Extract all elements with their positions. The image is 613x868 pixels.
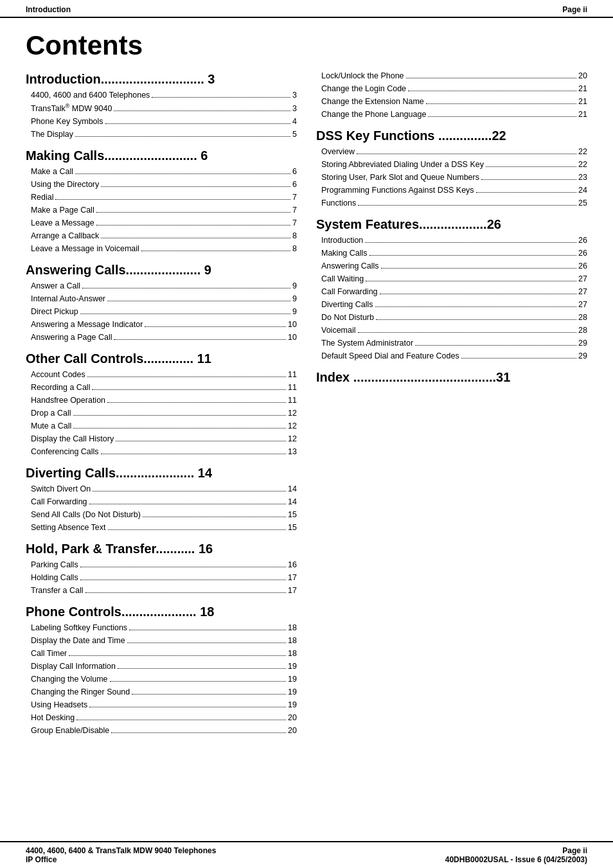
toc-entry: Account Codes11 bbox=[26, 368, 297, 381]
toc-entry: Making Calls26 bbox=[316, 247, 587, 260]
toc-entry: Recording a Call 11 bbox=[26, 381, 297, 394]
bottom-right: Page ii 40DHB0002USAL - Issue 6 (04/25/2… bbox=[445, 846, 587, 864]
section-group: Diverting Calls...................... 14… bbox=[26, 465, 297, 534]
toc-entry: Hot Desking 20 bbox=[26, 711, 297, 724]
toc-entry: Change the Login Code21 bbox=[316, 82, 587, 95]
toc-entry: Answering Calls26 bbox=[316, 260, 587, 272]
toc-entry: Make a Page Call7 bbox=[26, 204, 297, 217]
toc-entry: Drop a Call 12 bbox=[26, 407, 297, 420]
toc-entry: Answer a Call9 bbox=[26, 279, 297, 292]
section-group: Lock/Unlock the Phone20Change the Login … bbox=[316, 69, 587, 121]
toc-entry: Answering a Page Call10 bbox=[26, 331, 297, 344]
footer-left-line1: 4400, 4600, 6400 & TransTalk MDW 9040 Te… bbox=[26, 846, 216, 855]
left-column: Contents Introduction...................… bbox=[26, 31, 297, 835]
toc-entry: Storing User, Park Slot and Queue Number… bbox=[316, 171, 587, 184]
section-heading: Introduction............................… bbox=[26, 71, 297, 87]
toc-entry: Redial7 bbox=[26, 191, 297, 204]
toc-entry: Introduction26 bbox=[316, 234, 587, 247]
footer-right-line1: Page ii bbox=[445, 846, 587, 855]
toc-entry: Display the Call History12 bbox=[26, 432, 297, 445]
toc-entry: Call Waiting 27 bbox=[316, 272, 587, 285]
toc-entry: Internal Auto-Answer 9 bbox=[26, 292, 297, 305]
right-sections: Lock/Unlock the Phone20Change the Login … bbox=[316, 69, 587, 385]
toc-entry: Change the Phone Language21 bbox=[316, 108, 587, 121]
section-group: Making Calls.......................... 6… bbox=[26, 147, 297, 255]
toc-entry: Display Call Information 19 bbox=[26, 660, 297, 673]
page: Introduction Page ii Contents Introducti… bbox=[0, 0, 613, 868]
toc-entry: Arrange a Callback 8 bbox=[26, 229, 297, 242]
page-title: Contents bbox=[26, 31, 297, 60]
top-bar-right: Page ii bbox=[562, 5, 587, 14]
toc-entry: Display the Date and Time18 bbox=[26, 634, 297, 647]
toc-entry: Overview22 bbox=[316, 145, 587, 158]
section-group: Other Call Controls.............. 11Acco… bbox=[26, 350, 297, 458]
toc-entry: Do Not Disturb28 bbox=[316, 311, 587, 324]
toc-entry: Leave a Message7 bbox=[26, 217, 297, 229]
left-sections: Introduction............................… bbox=[26, 71, 297, 737]
footer-right-line2: 40DHB0002USAL - Issue 6 (04/25/2003) bbox=[445, 855, 587, 864]
bottom-bar: 4400, 4600, 6400 & TransTalk MDW 9040 Te… bbox=[0, 841, 613, 868]
toc-entry: Group Enable/Disable20 bbox=[26, 724, 297, 737]
section-heading: Phone Controls..................... 18 bbox=[26, 603, 297, 620]
section-heading: Making Calls.......................... 6 bbox=[26, 147, 297, 164]
toc-entry: 4400, 4600 and 6400 Telephones 3 bbox=[26, 89, 297, 102]
section-group: Phone Controls..................... 18La… bbox=[26, 603, 297, 737]
toc-entry: Call Forwarding 27 bbox=[316, 285, 587, 298]
section-heading: Index ..................................… bbox=[316, 369, 587, 385]
toc-entry: Transfer a Call 17 bbox=[26, 584, 297, 597]
toc-entry: Mute a Call12 bbox=[26, 420, 297, 432]
section-heading: Hold, Park & Transfer........... 16 bbox=[26, 540, 297, 557]
toc-entry: The Display5 bbox=[26, 128, 297, 141]
footer-left-line2: IP Office bbox=[26, 855, 216, 864]
toc-entry: Changing the Ringer Sound19 bbox=[26, 686, 297, 698]
toc-entry: Direct Pickup9 bbox=[26, 305, 297, 318]
toc-entry: Programming Functions Against DSS Keys 2… bbox=[316, 184, 587, 197]
toc-entry: Voicemail28 bbox=[316, 324, 587, 337]
toc-entry: Phone Key Symbols4 bbox=[26, 115, 297, 128]
toc-entry: Holding Calls17 bbox=[26, 571, 297, 584]
toc-entry: Handsfree Operation11 bbox=[26, 394, 297, 407]
toc-entry: Leave a Message in Voicemail 8 bbox=[26, 242, 297, 255]
section-heading: Other Call Controls.............. 11 bbox=[26, 350, 297, 367]
toc-entry: Functions25 bbox=[316, 197, 587, 209]
section-group: Hold, Park & Transfer........... 16Parki… bbox=[26, 540, 297, 597]
toc-entry: Diverting Calls 27 bbox=[316, 298, 587, 311]
toc-entry: Switch Divert On 14 bbox=[26, 483, 297, 495]
section-heading: Answering Calls..................... 9 bbox=[26, 261, 297, 278]
toc-entry: Changing the Volume19 bbox=[26, 673, 297, 686]
toc-entry: Default Speed Dial and Feature Codes29 bbox=[316, 350, 587, 362]
toc-entry: Lock/Unlock the Phone20 bbox=[316, 69, 587, 82]
toc-entry: Send All Calls (Do Not Disturb)15 bbox=[26, 508, 297, 521]
toc-entry: Setting Absence Text15 bbox=[26, 521, 297, 534]
section-group: Answering Calls..................... 9An… bbox=[26, 261, 297, 344]
section-group: Introduction............................… bbox=[26, 71, 297, 141]
toc-entry: Answering a Message Indicator10 bbox=[26, 318, 297, 331]
toc-entry: Using the Directory 6 bbox=[26, 178, 297, 191]
toc-entry: The System Administrator 29 bbox=[316, 337, 587, 350]
toc-entry: TransTalk® MDW 9040 3 bbox=[26, 102, 297, 115]
toc-entry: Change the Extension Name21 bbox=[316, 95, 587, 108]
section-group: DSS Key Functions ...............22Overv… bbox=[316, 127, 587, 209]
bottom-left: 4400, 4600, 6400 & TransTalk MDW 9040 Te… bbox=[26, 846, 216, 864]
section-heading: Diverting Calls...................... 14 bbox=[26, 465, 297, 481]
section-group: Index ..................................… bbox=[316, 369, 587, 385]
right-column: Lock/Unlock the Phone20Change the Login … bbox=[316, 31, 587, 835]
toc-entry: Make a Call6 bbox=[26, 165, 297, 178]
toc-entry: Call Forwarding14 bbox=[26, 495, 297, 508]
toc-entry: Call Timer18 bbox=[26, 647, 297, 660]
toc-entry: Labeling Softkey Functions18 bbox=[26, 621, 297, 634]
toc-entry: Storing Abbreviated Dialing Under a DSS … bbox=[316, 158, 587, 171]
section-heading: DSS Key Functions ...............22 bbox=[316, 127, 587, 144]
toc-entry: Parking Calls16 bbox=[26, 558, 297, 571]
content-area: Contents Introduction...................… bbox=[0, 18, 613, 841]
toc-entry: Conferencing Calls13 bbox=[26, 445, 297, 458]
top-bar: Introduction Page ii bbox=[0, 0, 613, 18]
top-bar-left: Introduction bbox=[26, 5, 71, 14]
section-heading: System Features...................26 bbox=[316, 216, 587, 233]
toc-entry: Using Headsets19 bbox=[26, 698, 297, 711]
section-group: System Features...................26Intr… bbox=[316, 216, 587, 362]
